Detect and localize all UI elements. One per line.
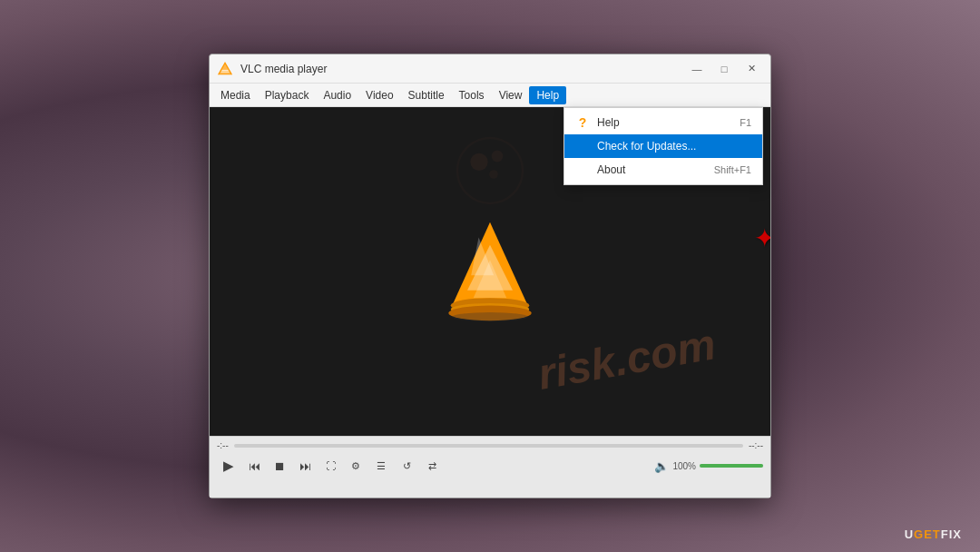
stop-button[interactable]: ⏹ [268,454,291,478]
fullscreen-button[interactable]: ⛶ [318,454,342,478]
menu-video[interactable]: Video [358,86,400,104]
svg-point-15 [452,312,527,321]
watermark-logo-icon [454,134,526,207]
controls-bar: -:-- --:-- ▶ ⏮ ⏹ ⏭ ⛶ ⚙ ☰ ↺ ⇄ 🔈 100% [210,436,770,498]
menu-audio[interactable]: Audio [316,86,358,104]
dropdown-about-label: About [597,163,625,176]
window-controls: — □ ✕ [685,60,763,78]
dropdown-help[interactable]: ? Help F1 [564,111,762,134]
ugetfix-badge: UGETFIX [905,527,962,541]
volume-icon: 🔈 [654,459,669,473]
progress-track[interactable] [234,444,743,448]
menu-playback[interactable]: Playback [258,86,317,104]
dropdown-help-label: Help [597,116,620,129]
dropdown-about[interactable]: About Shift+F1 [564,158,762,182]
vlc-cone-icon [445,217,535,326]
playlist-button[interactable]: ☰ [369,454,393,478]
menu-view[interactable]: View [492,86,530,104]
ugetfix-get: GET [914,527,941,541]
dropdown-check-updates[interactable]: Check for Updates... [564,134,762,158]
progress-row: -:-- --:-- [217,440,763,450]
vlc-logo-icon [217,61,233,77]
menu-bar: Media Playback Audio Video Subtitle Tool… [210,84,770,107]
play-button[interactable]: ▶ [217,454,240,478]
dropdown-help-shortcut: F1 [740,117,751,128]
time-elapsed: -:-- [217,440,229,450]
check-updates-icon [575,139,590,153]
svg-rect-2 [221,69,228,70]
menu-media[interactable]: Media [213,86,258,104]
svg-point-7 [489,170,498,179]
red-star-cursor: ✦ [754,223,770,253]
svg-rect-3 [221,71,230,72]
volume-fill [700,464,763,468]
dropdown-check-updates-label: Check for Updates... [597,140,696,153]
menu-subtitle[interactable]: Subtitle [401,86,452,104]
minimize-button[interactable]: — [685,60,709,78]
volume-track[interactable] [700,464,763,468]
menu-help[interactable]: Help [529,86,566,104]
watermark-text: risk.com [534,322,719,397]
about-icon [575,163,590,177]
next-button[interactable]: ⏭ [293,454,317,478]
help-dropdown: ? Help F1 Check for Updates... About Shi… [564,107,763,185]
help-question-icon: ? [575,115,590,130]
extended-settings-button[interactable]: ⚙ [344,454,368,478]
time-total: --:-- [749,440,763,450]
loop-button[interactable]: ↺ [395,454,418,478]
vlc-window: VLC media player — □ ✕ Media Playback Au… [209,54,771,498]
svg-point-4 [457,138,523,203]
svg-point-6 [492,151,504,163]
window-title: VLC media player [240,63,685,75]
vlc-cone-container [445,217,535,326]
svg-point-5 [470,153,487,171]
buttons-row: ▶ ⏮ ⏹ ⏭ ⛶ ⚙ ☰ ↺ ⇄ 🔈 100% [217,454,763,478]
maximize-button[interactable]: □ [712,60,736,78]
volume-area: 🔈 100% [654,459,763,473]
prev-button[interactable]: ⏮ [242,454,266,478]
random-button[interactable]: ⇄ [420,454,444,478]
title-bar: VLC media player — □ ✕ [210,54,770,84]
menu-tools[interactable]: Tools [452,86,492,104]
dropdown-about-shortcut: Shift+F1 [714,164,751,175]
close-button[interactable]: ✕ [740,60,763,78]
volume-percentage: 100% [672,461,696,471]
